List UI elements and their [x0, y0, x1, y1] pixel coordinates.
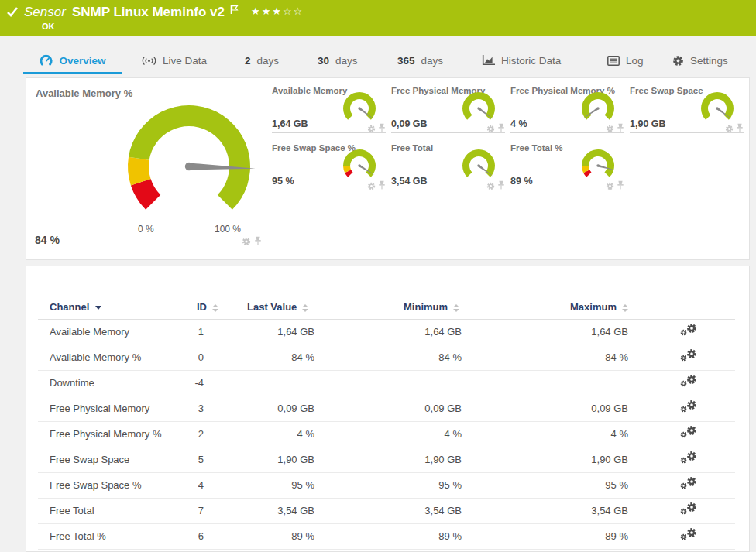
tab-365-days[interactable]: 365days [397, 46, 443, 74]
gauge-free-swap-space: Free Swap Space1,90 GB [630, 86, 744, 133]
cell-id: 1 [191, 319, 225, 345]
gauge-settings-icon[interactable] [725, 122, 734, 136]
gauge-pin-icon[interactable] [497, 180, 505, 194]
tab-2-days[interactable]: 2days [245, 46, 279, 74]
cell-minimum: 1,64 GB [326, 319, 473, 345]
gauge-value: 89 % [510, 176, 533, 187]
cell-id: 4 [191, 472, 225, 498]
pin-icon [378, 123, 386, 133]
gauge-pin-icon[interactable] [617, 180, 624, 194]
table-row: Free Total %689 %89 %89 % [38, 523, 735, 549]
cell-maximum: 1,90 GB [473, 447, 640, 472]
cell-maximum: 4 % [473, 421, 640, 447]
gauge-graphic [459, 89, 499, 126]
channel-settings-icon[interactable] [680, 399, 699, 415]
cell-id: -4 [191, 370, 225, 396]
tab-label: Overview [59, 55, 105, 67]
tab-log[interactable]: Log [607, 46, 644, 74]
gear-icon [680, 457, 687, 464]
chart-icon [482, 55, 495, 66]
gear-icon [686, 502, 697, 513]
gauge-graphic [339, 146, 380, 183]
gauge-pin-icon[interactable] [254, 235, 262, 249]
channel-settings-icon[interactable] [680, 348, 699, 364]
tab-live-data[interactable]: Live Data [142, 46, 207, 74]
tab-settings[interactable]: Settings [672, 46, 728, 74]
status-ok-check-icon [7, 6, 19, 20]
tab-label: Live Data [163, 55, 207, 67]
column-header-maximum[interactable]: Maximum [473, 296, 640, 319]
sensor-title-line: SensorSNMP Linux Meminfo v2★★★☆☆ [24, 3, 304, 20]
gauge-free-physical-memory-pct: Free Physical Memory %4 % [510, 86, 624, 133]
gear-icon [680, 380, 687, 387]
gauge-pin-icon[interactable] [736, 122, 744, 136]
gauge-settings-icon[interactable] [486, 122, 495, 136]
cell-last-value: 3,54 GB [225, 498, 326, 523]
stars-filled[interactable]: ★★★ [251, 5, 283, 17]
column-header-id[interactable]: ID [191, 296, 225, 319]
channel-settings-icon[interactable] [680, 527, 699, 543]
gauge-corner-icons [367, 180, 386, 194]
cell-minimum: 89 % [326, 523, 473, 549]
gauge-settings-icon[interactable] [242, 235, 251, 249]
channel-settings-icon[interactable] [680, 374, 699, 389]
tab-30-days[interactable]: 30days [318, 46, 358, 74]
gauge-settings-icon[interactable] [367, 122, 376, 136]
gauge-pin-icon[interactable] [497, 122, 505, 136]
tab-number: 365 [397, 55, 415, 67]
cell-channel: Free Total % [38, 523, 191, 549]
gear-icon [606, 125, 614, 133]
gear-icon [686, 374, 697, 385]
gauge-pin-icon[interactable] [378, 122, 386, 136]
cell-id: 0 [191, 345, 225, 370]
gauge-title: Free Total % [510, 143, 563, 153]
tab-historic-data[interactable]: Historic Data [482, 46, 561, 74]
column-header-minimum[interactable]: Minimum [326, 296, 473, 319]
cell-actions [640, 447, 735, 472]
pin-icon [617, 180, 624, 190]
cell-channel: Free Physical Memory % [38, 421, 191, 447]
cell-channel: Free Swap Space [38, 447, 191, 472]
cell-maximum: 0,09 GB [473, 396, 640, 421]
gauge-corner-icons [486, 122, 505, 136]
cell-last-value: 1,90 GB [225, 447, 326, 472]
cell-minimum: 84 % [326, 345, 473, 370]
cell-maximum: 3,54 GB [473, 498, 640, 523]
gauge-title: Available Memory [272, 86, 347, 95]
channel-settings-icon[interactable] [680, 451, 699, 466]
gear-icon [725, 125, 734, 133]
gauge-corner-icons [606, 180, 624, 194]
cell-id: 3 [191, 396, 225, 421]
tab-number: 30 [318, 55, 329, 67]
gauge-settings-icon[interactable] [486, 180, 495, 194]
pin-icon [617, 123, 624, 133]
tab-overview[interactable]: Overview [23, 46, 122, 74]
gear-icon [680, 329, 687, 336]
priority-stars[interactable]: ★★★☆☆ [251, 5, 304, 17]
column-header-last-value[interactable]: Last Value [225, 296, 326, 319]
column-label: Minimum [404, 301, 448, 313]
sort-icon [622, 304, 628, 312]
column-header-channel[interactable]: Channel [38, 296, 191, 319]
channel-settings-icon[interactable] [680, 323, 699, 338]
channel-settings-icon[interactable] [680, 425, 699, 441]
cell-maximum: 1,64 GB [473, 319, 640, 345]
sensor-status-badge: OK [42, 22, 55, 31]
cell-actions [640, 498, 735, 523]
gauge-available-memory-pct: Available Memory % 0 % 100 % 84 % [26, 78, 270, 261]
gauge-settings-icon[interactable] [606, 122, 614, 136]
priority-flag-icon[interactable] [230, 3, 239, 18]
channel-settings-icon[interactable] [680, 476, 699, 492]
stars-empty[interactable]: ☆☆ [283, 5, 304, 17]
gauge-pin-icon[interactable] [378, 180, 386, 194]
gear-icon [686, 425, 697, 436]
cell-id: 2 [191, 421, 225, 447]
cell-actions [640, 319, 735, 345]
pin-icon [497, 123, 505, 133]
tab-label: Settings [690, 55, 728, 67]
gauge-settings-icon[interactable] [606, 180, 614, 194]
gauge-settings-icon[interactable] [367, 180, 376, 194]
cell-maximum: 95 % [473, 472, 640, 498]
gauge-pin-icon[interactable] [617, 122, 624, 136]
channel-settings-icon[interactable] [680, 502, 699, 517]
